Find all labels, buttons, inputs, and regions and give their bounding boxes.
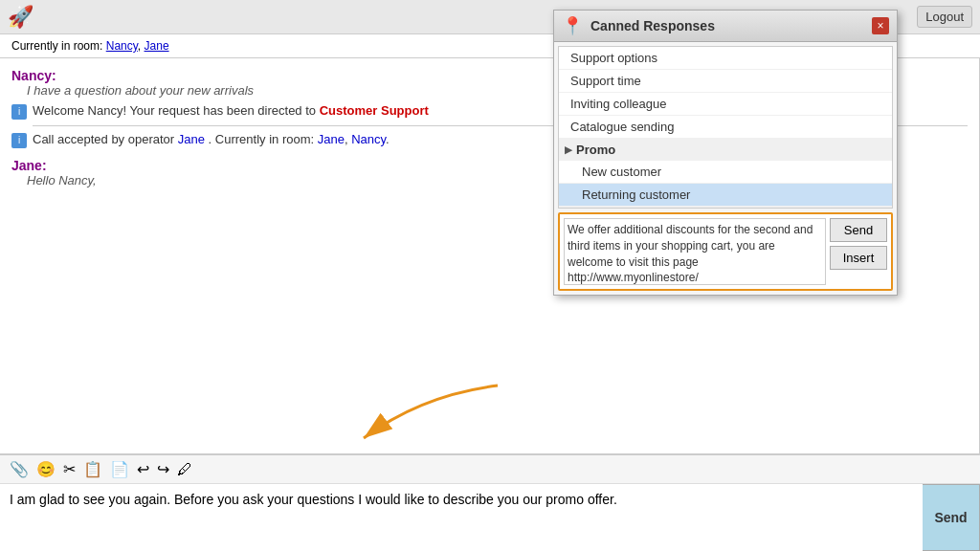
- system-icon-2: i: [11, 133, 27, 148]
- toolbar-emoji-icon[interactable]: 😊: [34, 459, 57, 479]
- top-bar-left: 🚀: [8, 5, 33, 30]
- toolbar-edit-icon[interactable]: 🖊: [175, 460, 194, 479]
- message-input[interactable]: [0, 484, 923, 551]
- cr-list[interactable]: Support options Support time Inviting co…: [558, 46, 893, 209]
- customer-support-highlight: Customer Support: [320, 103, 429, 118]
- cr-item-catalogue-sending[interactable]: Catalogue sending: [559, 116, 892, 139]
- nancy-name: Nancy:: [11, 68, 56, 83]
- cr-preview-area: Send Insert: [558, 212, 893, 291]
- system-msg-2-text: Call accepted by operator Jane . Current…: [33, 132, 390, 146]
- cr-titlebar: 📍 Canned Responses ×: [554, 11, 897, 42]
- cr-category-promo[interactable]: ▶ Promo: [559, 139, 892, 161]
- input-section: 📎 😊 ✂ 📋 📄 ↩ ↪ 🖊 Send: [0, 453, 980, 551]
- app-icon: 🚀: [8, 5, 33, 30]
- cr-send-button[interactable]: Send: [830, 218, 887, 242]
- promo-arrow-icon: ▶: [565, 144, 572, 155]
- cr-preview-text[interactable]: [564, 218, 826, 285]
- operator-name: Jane: [178, 132, 205, 146]
- system-icon-1: i: [11, 104, 27, 120]
- canned-responses-dialog: 📍 Canned Responses × Support options Sup…: [553, 10, 898, 296]
- input-row: Send: [0, 484, 980, 551]
- logout-button[interactable]: Logout: [917, 6, 972, 28]
- send-button-main[interactable]: Send: [923, 484, 980, 551]
- cr-title-text: Canned Responses: [590, 18, 715, 33]
- toolbar-paste-icon[interactable]: 📄: [108, 459, 131, 479]
- room-user1[interactable]: Nancy: [106, 39, 138, 53]
- cr-title-left: 📍 Canned Responses: [562, 15, 715, 36]
- toolbar-redo-icon[interactable]: ↪: [155, 459, 171, 479]
- cr-category-department[interactable]: ▶ Department: [559, 207, 892, 209]
- cr-buttons: Send Insert: [830, 218, 887, 285]
- room-prefix: Currently in room:: [11, 39, 102, 53]
- cr-item-returning-customer[interactable]: Returning customer: [559, 184, 892, 207]
- toolbar-copy-icon[interactable]: 📋: [81, 459, 104, 479]
- cr-icon: 📍: [562, 15, 583, 36]
- cr-item-support-time[interactable]: Support time: [559, 70, 892, 93]
- cr-insert-button[interactable]: Insert: [830, 246, 887, 270]
- promo-label: Promo: [576, 143, 615, 157]
- toolbar-cut-icon[interactable]: ✂: [61, 459, 78, 479]
- toolbar-undo-icon[interactable]: ↩: [135, 459, 151, 479]
- cr-item-inviting-colleague[interactable]: Inviting colleague: [559, 93, 892, 116]
- cr-item-new-customer[interactable]: New customer: [559, 161, 892, 184]
- jane-name: Jane:: [11, 158, 47, 173]
- cr-close-button[interactable]: ×: [872, 17, 889, 34]
- system-msg-1-text: Welcome Nancy! Your request has been dir…: [33, 103, 429, 118]
- room-user-nancy: Nancy: [351, 132, 386, 146]
- toolbar-attach-icon[interactable]: 📎: [8, 459, 31, 479]
- toolbar: 📎 😊 ✂ 📋 📄 ↩ ↪ 🖊: [0, 455, 980, 484]
- room-user2[interactable]: Jane: [145, 39, 169, 53]
- cr-item-support-options[interactable]: Support options: [559, 47, 892, 70]
- room-user-jane: Jane: [318, 132, 345, 146]
